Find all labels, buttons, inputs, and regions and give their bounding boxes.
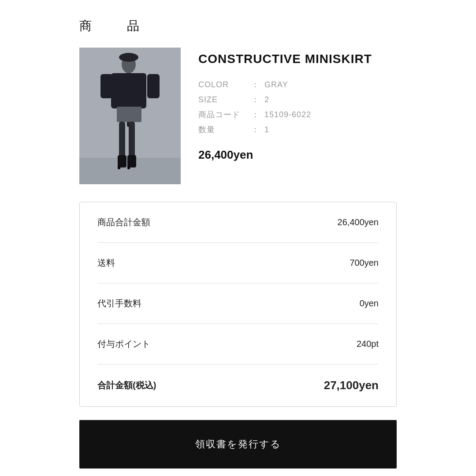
code-label: 商品コード (198, 109, 251, 120)
section-title: 商 品 (79, 18, 397, 34)
total-label: 合計金額(税込) (97, 379, 156, 391)
subtotal-label: 商品合計金額 (97, 216, 150, 228)
shipping-label: 送料 (97, 257, 115, 269)
code-separator: ： (251, 109, 264, 120)
subtotal-value: 26,400yen (338, 217, 379, 227)
quantity-label: 数量 (198, 124, 251, 135)
svg-rect-13 (118, 166, 120, 169)
total-value: 27,100yen (324, 379, 379, 392)
page-container: 商 品 (0, 0, 476, 476)
code-value: 15109-6022 (264, 110, 311, 119)
size-label: SIZE (198, 95, 251, 104)
receipt-button[interactable]: 領収書を発行する (79, 420, 397, 469)
cod-label: 代引手数料 (97, 298, 141, 309)
points-row: 付与ポイント 240pt (97, 324, 379, 364)
size-separator: ： (251, 94, 264, 105)
color-label: COLOR (198, 80, 251, 89)
svg-rect-14 (127, 166, 130, 169)
product-image-placeholder (79, 48, 181, 184)
product-details: CONSTRUCTIVE MINISKIRT COLOR ： GRAY SIZE… (198, 48, 397, 184)
product-price: 26,400yen (198, 148, 397, 162)
summary-box: 商品合計金額 26,400yen 送料 700yen 代引手数料 0yen 付与… (79, 202, 397, 407)
quantity-separator: ： (251, 124, 264, 135)
product-meta: COLOR ： GRAY SIZE ： 2 商品コード ： 15109-6022 (198, 79, 397, 135)
size-value: 2 (264, 95, 269, 104)
svg-rect-8 (117, 107, 141, 122)
product-row: CONSTRUCTIVE MINISKIRT COLOR ： GRAY SIZE… (79, 48, 397, 184)
svg-rect-5 (111, 73, 146, 108)
product-image (79, 48, 181, 184)
shipping-row: 送料 700yen (97, 243, 379, 283)
color-row: COLOR ： GRAY (198, 79, 397, 90)
points-label: 付与ポイント (97, 338, 150, 350)
subtotal-row: 商品合計金額 26,400yen (97, 202, 379, 243)
product-name: CONSTRUCTIVE MINISKIRT (198, 52, 397, 66)
svg-rect-12 (127, 155, 136, 167)
cod-row: 代引手数料 0yen (97, 283, 379, 324)
points-value: 240pt (357, 339, 379, 349)
svg-rect-6 (100, 74, 113, 98)
product-figure-svg (79, 48, 181, 184)
code-row: 商品コード ： 15109-6022 (198, 109, 397, 120)
quantity-value: 1 (264, 125, 269, 134)
cod-value: 0yen (360, 298, 379, 309)
quantity-row: 数量 ： 1 (198, 124, 397, 135)
svg-rect-7 (147, 74, 160, 98)
svg-point-4 (119, 53, 138, 62)
total-row: 合計金額(税込) 27,100yen (97, 364, 379, 406)
svg-rect-9 (119, 122, 125, 157)
svg-rect-11 (118, 155, 126, 167)
size-row: SIZE ： 2 (198, 94, 397, 105)
color-value: GRAY (264, 80, 288, 89)
shipping-value: 700yen (350, 258, 379, 268)
svg-rect-10 (129, 122, 135, 157)
color-separator: ： (251, 79, 264, 90)
